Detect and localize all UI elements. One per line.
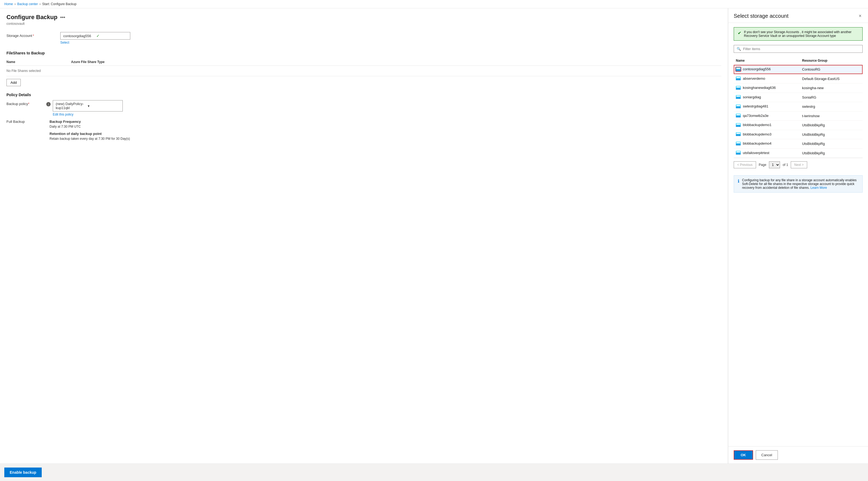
close-button[interactable]: ×: [858, 12, 863, 20]
storage-name: blobbackupdemo4: [743, 141, 771, 145]
resource-group: SoniaRG: [800, 93, 863, 102]
col-resource-group-header: Resource Group: [800, 57, 863, 65]
resource-group: UtsBlobBkpRg: [800, 148, 863, 158]
soft-delete-text: Configuring backup for any file share in…: [742, 178, 859, 189]
fileshares-section-title: FileShares to Backup: [6, 51, 721, 55]
page-select[interactable]: 1: [769, 161, 780, 168]
policy-info-icon[interactable]: i: [46, 102, 51, 107]
storage-name: kosinghanewdiag636: [743, 86, 776, 90]
pagination: < Previous Page 1 of 1 Next >: [734, 158, 863, 172]
table-row[interactable]: utsfailoverpitrtestUtsBlobBkpRg: [734, 148, 863, 158]
storage-icon: soniargdiag: [736, 95, 761, 99]
storage-name: contosorgdiag556: [743, 67, 771, 71]
storage-name: qa73omwib2a3e: [743, 114, 768, 118]
add-button[interactable]: Add: [6, 79, 21, 86]
right-panel: Select storage account × ✔ If you don't …: [728, 8, 868, 463]
resource-group: UtsBlobBkpRg: [800, 121, 863, 130]
ok-button[interactable]: OK: [734, 450, 753, 460]
table-row[interactable]: kosinghanewdiag636kosingha-new: [734, 84, 863, 93]
full-backup-label: Full Backup: [6, 120, 44, 124]
backup-policy-label: Backup policy*: [6, 100, 44, 106]
page-of: of 1: [783, 163, 788, 167]
panel-footer: OK Cancel: [728, 446, 868, 463]
storage-icon: kosinghanewdiag636: [736, 86, 776, 90]
green-check-icon: ✔: [738, 30, 741, 35]
dropdown-arrow-icon: ▾: [88, 104, 120, 108]
storage-name: utsfailoverpitrtest: [743, 151, 769, 155]
storage-name: abserverdemo: [743, 77, 765, 81]
resource-group: Default-Storage-EastUS: [800, 74, 863, 84]
frequency-value: Daily at 7:30 PM UTC: [50, 125, 130, 128]
policy-section-title: Policy Details: [6, 93, 721, 97]
storage-icon: blobbackupdemo3: [736, 132, 771, 136]
cancel-button[interactable]: Cancel: [756, 450, 778, 460]
storage-name: blobbackupdemo1: [743, 123, 771, 127]
storage-account-select[interactable]: contosorgdiag556 ✓: [60, 32, 130, 39]
storage-name: blobbackupdemo3: [743, 132, 771, 136]
resource-group: UtsBlobBkpRg: [800, 130, 863, 139]
more-options-icon[interactable]: •••: [60, 14, 65, 20]
storage-name: soniargdiag: [743, 95, 761, 99]
table-row[interactable]: blobbackupdemo1UtsBlobBkpRg: [734, 121, 863, 130]
breadcrumb-home[interactable]: Home: [4, 2, 13, 6]
storage-icon: qa73omwib2a3e: [736, 114, 768, 118]
check-icon: ✓: [96, 34, 127, 38]
storage-account-label: Storage Account*: [6, 32, 60, 38]
breadcrumb-current: Start: Configure Backup: [42, 2, 76, 6]
enable-backup-button[interactable]: Enable backup: [4, 468, 42, 477]
retention-title: Retention of daily backup point: [50, 132, 130, 136]
table-row[interactable]: abserverdemoDefault-Storage-EastUS: [734, 74, 863, 84]
breadcrumb: Home › Backup center › Start: Configure …: [0, 0, 868, 8]
info-circle-icon: ℹ: [738, 179, 739, 184]
resource-group: swtestrg: [800, 102, 863, 112]
panel-title: Select storage account: [734, 13, 788, 19]
resource-group: UtsBlobBkpRg: [800, 139, 863, 149]
fileshares-table-header: Name Azure File Share Type: [6, 58, 721, 66]
storage-icon: swtestrgdiag481: [736, 104, 768, 108]
resource-group: kosingha-new: [800, 84, 863, 93]
storage-table: Name Resource Group contosorgdiag556Cont…: [734, 57, 863, 158]
resource-group: t-iwrinshow: [800, 111, 863, 121]
breadcrumb-backup-center[interactable]: Backup center: [17, 2, 38, 6]
storage-icon: abserverdemo: [736, 77, 765, 81]
table-row[interactable]: contosorgdiag556ContosoRG: [734, 65, 863, 74]
page-label: Page: [759, 163, 766, 167]
retention-value: Retain backup taken every day at 7:30 PM…: [50, 137, 130, 141]
storage-icon: blobbackupdemo4: [736, 141, 771, 145]
bottom-bar: Enable backup: [0, 463, 868, 481]
info-banner-text: If you don't see your Storage Accounts ,…: [744, 30, 859, 38]
filter-input[interactable]: [743, 47, 860, 51]
info-banner: ✔ If you don't see your Storage Accounts…: [734, 27, 863, 41]
previous-button[interactable]: < Previous: [734, 161, 756, 168]
storage-icon: blobbackupdemo1: [736, 123, 771, 127]
table-row[interactable]: blobbackupdemo4UtsBlobBkpRg: [734, 139, 863, 149]
filter-box[interactable]: 🔍: [734, 45, 863, 53]
storage-icon: utsfailoverpitrtest: [736, 151, 769, 155]
edit-policy-link[interactable]: Edit this policy: [53, 113, 123, 116]
left-panel: Configure Backup ••• contosovault Storag…: [0, 8, 728, 463]
select-link[interactable]: Select: [60, 41, 130, 44]
panel-header: Select storage account ×: [728, 8, 868, 23]
table-row[interactable]: blobbackupdemo3UtsBlobBkpRg: [734, 130, 863, 139]
resource-group: ContosoRG: [800, 65, 863, 74]
no-fileshares-message: No File Shares selected: [6, 66, 721, 76]
learn-more-link[interactable]: Learn More: [810, 186, 827, 189]
page-title: Configure Backup •••: [6, 14, 721, 21]
frequency-title: Backup Frequency: [50, 120, 130, 124]
storage-name: swtestrgdiag481: [743, 104, 768, 108]
search-icon: 🔍: [737, 47, 741, 51]
table-row[interactable]: qa73omwib2a3et-iwrinshow: [734, 111, 863, 121]
table-row[interactable]: swtestrgdiag481swtestrg: [734, 102, 863, 112]
table-row[interactable]: soniargdiagSoniaRG: [734, 93, 863, 102]
vault-name: contosovault: [6, 22, 721, 26]
backup-policy-dropdown[interactable]: (new) DailyPolicy-kup11qkl ▾: [53, 100, 123, 112]
col-name-header: Name: [734, 57, 800, 65]
next-button[interactable]: Next >: [791, 161, 807, 168]
soft-delete-banner: ℹ Configuring backup for any file share …: [734, 175, 863, 192]
storage-icon: contosorgdiag556: [736, 67, 771, 71]
